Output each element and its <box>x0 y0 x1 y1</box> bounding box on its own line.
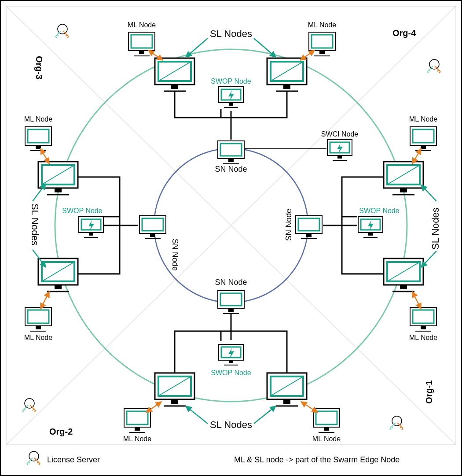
ml-node-bottom-right-label: ML Node <box>312 435 341 443</box>
sl-arrow-right-top <box>421 185 436 201</box>
ml-node-top-right-label: ML Node <box>308 21 336 29</box>
ml-node-left-top <box>25 127 51 151</box>
ml-sl-arrow-right-bottom <box>412 292 421 309</box>
ml-node-left-bottom <box>25 307 51 331</box>
ml-node-top-left-label: ML Node <box>128 21 156 29</box>
sn-node-top-label: SN Node <box>215 165 247 173</box>
sl-nodes-left-label: SL Nodes <box>29 203 40 246</box>
ml-node-right-bottom-label: ML Node <box>409 334 437 341</box>
ml-node-right-bottom <box>410 307 436 331</box>
swci-node-label: SWCI Node <box>321 130 359 138</box>
license-icon-nw <box>55 24 69 38</box>
sl-node-bottom-right <box>267 373 307 406</box>
ml-node-bottom-left-label: ML Node <box>123 435 151 443</box>
sn-node-right-label: SN Node <box>284 209 293 241</box>
license-server-label: License Server <box>47 455 100 464</box>
topology-diagram: Org-4 Org-3 Org-2 Org-1 SN Node SWOP Nod… <box>5 5 457 471</box>
swop-node-top-label: SWOP Node <box>211 77 251 85</box>
license-icon-se <box>390 416 403 430</box>
ml-node-top-right <box>309 32 335 56</box>
org4-label: Org-4 <box>392 28 416 38</box>
sl-nodes-right-label: SL Nodes <box>430 207 441 250</box>
org3-label: Org-3 <box>34 56 44 79</box>
sn-node-bottom-label: SN Node <box>215 278 247 287</box>
license-icon-sw <box>22 399 36 412</box>
sn-node-left-label: SN Node <box>171 239 180 271</box>
edge-node-note: ML & SL node -> part of the Swarm Edge N… <box>234 455 400 464</box>
sl-nodes-bottom-label: SL Nodes <box>210 419 252 430</box>
sl-node-bottom-left <box>155 373 194 406</box>
ml-node-right-top <box>410 127 436 151</box>
ml-node-right-top-label: ML Node <box>409 115 437 123</box>
ml-sl-arrow-bottom-left <box>146 402 161 413</box>
swop-node-bottom-label: SWOP Node <box>211 369 251 376</box>
sl-arrow-bottom-right <box>254 406 276 424</box>
org1-label: Org-1 <box>424 380 434 404</box>
sl-nodes-top-label: SL Nodes <box>210 28 252 39</box>
license-icon-ne <box>427 59 440 73</box>
swop-node-left-label: SWOP Node <box>62 207 102 214</box>
swop-node-right-label: SWOP Node <box>359 207 399 214</box>
sl-arrow-bottom-left <box>186 406 208 424</box>
org2-label: Org-2 <box>49 427 73 436</box>
legend: License Server ML & SL node -> part of t… <box>27 451 400 465</box>
ml-node-left-bottom-label: ML Node <box>24 334 52 341</box>
ml-sl-arrow-left-bottom <box>40 292 49 309</box>
ml-node-left-top-label: ML Node <box>24 115 52 123</box>
ml-sl-arrow-bottom-right <box>301 402 318 413</box>
